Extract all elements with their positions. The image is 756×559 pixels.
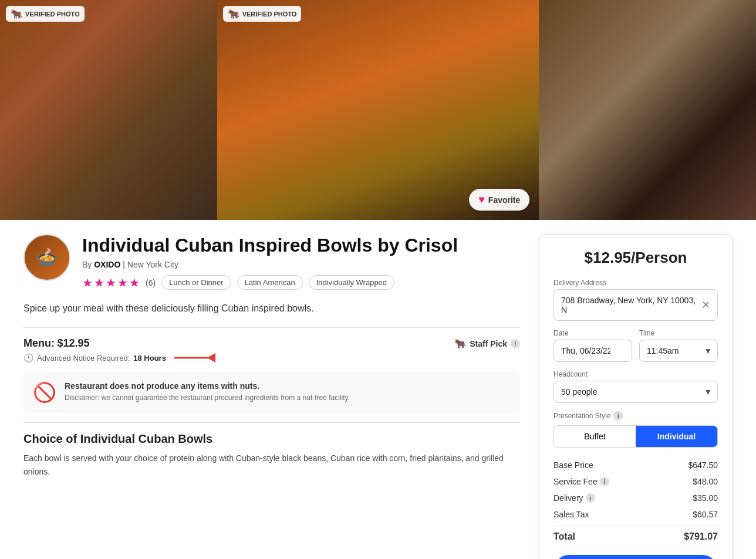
main-content: 🍲 Individual Cuban Inspired Bowls by Cri… <box>23 234 520 559</box>
headcount-select[interactable]: 50 people <box>554 381 718 403</box>
time-label: Time <box>639 329 718 337</box>
time-field-group: Time 11:45am ▼ <box>639 329 718 362</box>
presentation-style-group: Presentation Style i Buffet Individual <box>554 411 718 448</box>
heart-icon: ♥ <box>478 194 485 206</box>
verified-text-center: VERIFIED PHOTO <box>242 11 297 18</box>
star-2: ★ <box>94 276 104 290</box>
rating-row: ★ ★ ★ ★ ★ (6) Lunch or Dinner Latin Amer… <box>82 275 458 290</box>
menu-label: Menu: <box>23 337 55 349</box>
clear-address-button[interactable]: ✕ <box>701 299 710 311</box>
date-label: Date <box>554 329 632 337</box>
restaurant-info: Individual Cuban Inspired Bowls by Criso… <box>82 234 458 290</box>
hero-image-left: 🐂 VERIFIED PHOTO <box>0 0 217 220</box>
favorite-button[interactable]: ♥ Favorite <box>469 189 529 211</box>
menu-price: $12.95 <box>57 337 89 349</box>
clock-icon: 🕐 <box>23 353 33 362</box>
price-per-person: $12.95/Person <box>554 249 718 267</box>
time-select-wrapper: 11:45am ▼ <box>639 340 718 362</box>
menu-section: Menu: $12.95 🐂 Staff Pick i 🕐 Advanced N… <box>23 337 520 362</box>
favorite-label: Favorite <box>488 195 520 205</box>
hero-image-center: 🐂 VERIFIED PHOTO ♥ Favorite <box>217 0 539 220</box>
divider-2 <box>23 422 520 423</box>
star-3: ★ <box>106 276 116 290</box>
nut-warning: 🚫 Restaurant does not produce any items … <box>23 372 520 413</box>
tag-meal-type: Lunch or Dinner <box>161 275 231 290</box>
presentation-label-text: Presentation Style <box>554 412 610 420</box>
service-fee-value: $48.00 <box>693 477 718 486</box>
order-panel: $12.95/Person Delivery Address 708 Broad… <box>539 234 733 559</box>
delivery-row: Delivery i $35.00 <box>554 490 718 506</box>
verified-icon-left: 🐂 <box>11 8 22 19</box>
base-price-label: Base Price <box>554 460 593 470</box>
restaurant-description: Spice up your meal with these deliciousl… <box>23 301 520 316</box>
time-select[interactable]: 11:45am <box>639 340 718 362</box>
menu-title-price: Menu: $12.95 <box>23 337 90 350</box>
staff-pick-info-icon[interactable]: i <box>511 339 520 348</box>
sales-tax-row: Sales Tax $60.57 <box>554 506 718 523</box>
logo-emoji: 🍲 <box>35 246 59 269</box>
verified-badge-center: 🐂 VERIFIED PHOTO <box>223 6 302 22</box>
verified-icon-center: 🐂 <box>228 8 239 19</box>
food-image-center <box>217 0 539 220</box>
star-rating: ★ ★ ★ ★ ★ <box>82 276 140 290</box>
pricing-rows: Base Price $647.50 Service Fee i $48.00 … <box>554 457 718 546</box>
restaurant-location: New York City <box>127 260 178 269</box>
total-row: Total $791.07 <box>554 525 718 546</box>
delivery-value: $35.00 <box>693 493 718 503</box>
hero-section: 🐂 VERIFIED PHOTO 🐂 VERIFIED PHOTO ♥ Favo… <box>0 0 756 220</box>
staff-pick-label: Staff Pick <box>470 339 507 348</box>
customize-pay-button[interactable]: Customize & Pay <box>554 555 718 559</box>
buffet-style-button[interactable]: Buffet <box>554 426 636 447</box>
restaurant-brand[interactable]: OXIDO <box>94 260 120 269</box>
style-buttons: Buffet Individual <box>554 425 718 448</box>
choice-title: Choice of Individual Cuban Bowls <box>23 432 520 446</box>
restaurant-meta: By OXIDO | New York City <box>82 260 458 269</box>
base-price-row: Base Price $647.50 <box>554 457 718 473</box>
verified-text-left: VERIFIED PHOTO <box>25 11 80 18</box>
date-field-group: Date <box>554 329 632 362</box>
headcount-select-wrapper: 50 people ▼ <box>554 381 718 403</box>
choice-section: Choice of Individual Cuban Bowls Each bo… <box>23 432 520 478</box>
delivery-label: Delivery i <box>554 493 595 503</box>
staff-pick-icon: 🐂 <box>454 338 466 349</box>
arrow-indicator <box>174 353 215 362</box>
service-fee-label: Service Fee i <box>554 477 609 486</box>
delivery-address-field[interactable]: 708 Broadway, New York, NY 10003, N ✕ <box>554 289 718 321</box>
notice-label: Advanced Notice Required: <box>37 354 130 362</box>
nut-warning-title: Restaurant does not produce any items wi… <box>65 381 350 391</box>
service-fee-info-icon[interactable]: i <box>600 477 609 486</box>
menu-header: Menu: $12.95 🐂 Staff Pick i <box>23 337 520 350</box>
presentation-info-icon[interactable]: i <box>613 411 623 421</box>
date-time-row: Date Time 11:45am ▼ <box>554 329 718 362</box>
restaurant-name: Individual Cuban Inspired Bowls by Criso… <box>82 234 458 256</box>
presentation-label: Presentation Style i <box>554 411 718 421</box>
total-value: $791.07 <box>684 531 718 542</box>
service-fee-row: Service Fee i $48.00 <box>554 473 718 490</box>
staff-pick: 🐂 Staff Pick i <box>454 338 520 349</box>
delivery-address-group: Delivery Address 708 Broadway, New York,… <box>554 279 718 321</box>
delivery-address-value: 708 Broadway, New York, NY 10003, N <box>561 296 701 314</box>
sidebar: $12.95/Person Delivery Address 708 Broad… <box>539 234 733 559</box>
base-price-value: $647.50 <box>688 460 718 470</box>
food-image-right <box>539 0 756 220</box>
total-label: Total <box>554 531 575 542</box>
nut-warning-desc: Disclaimer: we cannot guarantee the rest… <box>65 393 350 403</box>
restaurant-logo: 🍲 <box>23 234 70 281</box>
tag-cuisine: Latin American <box>237 275 303 290</box>
delivery-info-icon[interactable]: i <box>586 493 595 503</box>
notice-row: 🕐 Advanced Notice Required: 18 Hours <box>23 353 520 362</box>
individual-style-button[interactable]: Individual <box>636 426 717 447</box>
by-label: By <box>82 260 92 269</box>
divider-1 <box>23 327 520 328</box>
choice-description: Each bowl is served with your choice of … <box>23 452 520 478</box>
nut-icon: 🚫 <box>33 381 56 404</box>
nut-warning-content: Restaurant does not produce any items wi… <box>65 381 350 403</box>
hero-image-right <box>539 0 756 220</box>
food-image-left <box>0 0 217 220</box>
page-body: 🍲 Individual Cuban Inspired Bowls by Cri… <box>0 220 756 559</box>
star-4: ★ <box>117 276 128 290</box>
review-count: (6) <box>146 278 156 287</box>
headcount-group: Headcount 50 people ▼ <box>554 370 718 403</box>
star-5: ★ <box>129 276 140 290</box>
date-input[interactable] <box>554 340 632 362</box>
